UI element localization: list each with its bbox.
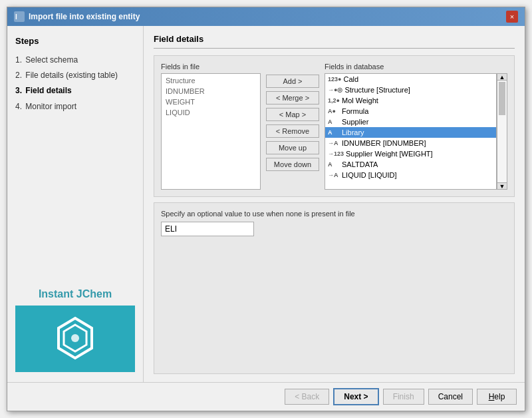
db-item-8[interactable]: A SALTDATA [325,159,496,170]
fields-in-db-label: Fields in database [325,63,507,71]
scroll-up-arrow[interactable]: ▲ [497,74,507,81]
db-item-3[interactable]: A● Formula [325,106,496,116]
move-down-button[interactable]: Move down [266,158,319,171]
db-icon-0: 123● [328,76,341,83]
optional-panel: Specify an optional value to use when no… [154,202,515,374]
add-button[interactable]: Add > [266,75,319,88]
db-icon-3: A● [328,108,340,114]
title-icon: I [14,11,25,22]
db-item-1[interactable]: →●◎ Structure [Structure] [325,85,496,95]
db-item-8-text: SALTDATA [342,160,378,168]
action-buttons: Add > < Merge > < Map > < Remove Move up… [266,63,319,190]
title-bar: I Import file into existing entity × [7,7,525,26]
db-item-9[interactable]: →A LIQUID [LIQUID] [325,170,496,180]
db-icon-9: →A [328,172,340,178]
db-item-7-text: Supplier Weight [WEIGHT] [346,150,433,158]
db-list-scrollbar[interactable]: ▲ ▼ [497,73,507,190]
back-button[interactable]: < Back [285,389,329,405]
cancel-button[interactable]: Cancel [428,389,473,405]
db-icon-2: 1,2● [328,97,340,104]
scroll-down-arrow[interactable]: ▼ [497,182,507,189]
move-up-button[interactable]: Move up [266,141,319,154]
brand-logo [15,306,135,372]
db-item-4[interactable]: A Supplier [325,116,496,127]
file-field-structure[interactable]: Structure [163,75,259,86]
step-4: 4. Monitor import [15,99,135,114]
file-field-idnumber[interactable]: IDNUMBER [163,86,259,97]
fields-panel: Fields in file Structure IDNUMBER WEIGHT… [154,55,515,197]
step-2-label: File details (existing table) [25,71,118,80]
db-icon-4: A [328,118,340,125]
steps-list: 1. Select schema 2. File details (existi… [15,53,135,114]
db-item-6[interactable]: →A IDNUMBER [IDNUMBER] [325,138,496,148]
steps-heading: Steps [15,36,135,46]
fields-in-db-list[interactable]: 123● Cald →●◎ Structure [Structure] 1,2●… [325,73,497,190]
dialog: I Import file into existing entity × Ste… [7,7,525,411]
brand-area: Instant JChem [15,288,135,372]
db-item-1-text: Structure [Structure] [344,86,410,94]
fields-in-db-container: Fields in database 123● Cald →●◎ Structu… [325,63,507,190]
db-icon-7: →123 [328,150,344,157]
map-button[interactable]: < Map > [266,108,319,121]
db-icon-1: →●◎ [328,87,342,93]
main-content: Field details Fields in file Structure I… [144,26,525,382]
db-item-0-text: Cald [343,75,358,83]
section-title: Field details [154,34,515,49]
finish-button[interactable]: Finish [383,389,424,405]
step-3: 3. Field details [15,83,135,99]
fields-in-file-container: Fields in file Structure IDNUMBER WEIGHT… [161,63,261,190]
optional-label: Specify an optional value to use when no… [161,210,507,218]
db-item-6-text: IDNUMBER [IDNUMBER] [342,139,426,147]
dialog-title: Import file into existing entity [29,12,140,21]
db-item-9-text: LIQUID [LIQUID] [342,171,397,179]
optional-input[interactable] [161,222,254,236]
svg-point-4 [71,334,79,342]
scroll-thumb[interactable] [499,82,505,115]
db-item-7[interactable]: →123 Supplier Weight [WEIGHT] [325,148,496,159]
db-item-5[interactable]: A Library [325,127,496,138]
db-item-4-text: Supplier [342,118,368,126]
brand-name: Instant JChem [39,288,112,300]
next-button[interactable]: Next > [333,388,378,405]
steps-section: Steps 1. Select schema 2. File details (… [15,36,135,114]
step-2: 2. File details (existing table) [15,68,135,83]
db-icon-6: →A [328,140,340,146]
close-button[interactable]: × [506,11,518,23]
db-icon-8: A [328,161,340,168]
db-item-5-text: Library [342,128,364,136]
fields-in-file-list[interactable]: Structure IDNUMBER WEIGHT LIQUID [161,73,261,190]
fields-in-file-label: Fields in file [161,63,261,71]
dialog-body: Steps 1. Select schema 2. File details (… [7,26,525,382]
file-field-weight[interactable]: WEIGHT [163,97,259,107]
db-item-0[interactable]: 123● Cald [325,74,496,85]
step-1-label: Select schema [25,55,78,65]
step-3-label: Field details [25,86,71,95]
step-1: 1. Select schema [15,53,135,68]
svg-text:I: I [15,13,17,21]
db-item-2-text: Mol Weight [342,97,378,104]
sidebar: Steps 1. Select schema 2. File details (… [7,26,144,382]
db-item-3-text: Formula [342,107,368,115]
file-field-liquid[interactable]: LIQUID [163,107,259,118]
db-icon-5: A [328,129,340,136]
db-item-2[interactable]: 1,2● Mol Weight [325,95,496,106]
merge-button[interactable]: < Merge > [266,91,319,104]
step-4-label: Monitor import [25,102,76,111]
hex-icon [52,315,98,363]
help-button[interactable]: Help [477,389,517,405]
dialog-footer: < Back Next > Finish Cancel Help [7,382,525,411]
remove-button[interactable]: < Remove [266,124,319,138]
